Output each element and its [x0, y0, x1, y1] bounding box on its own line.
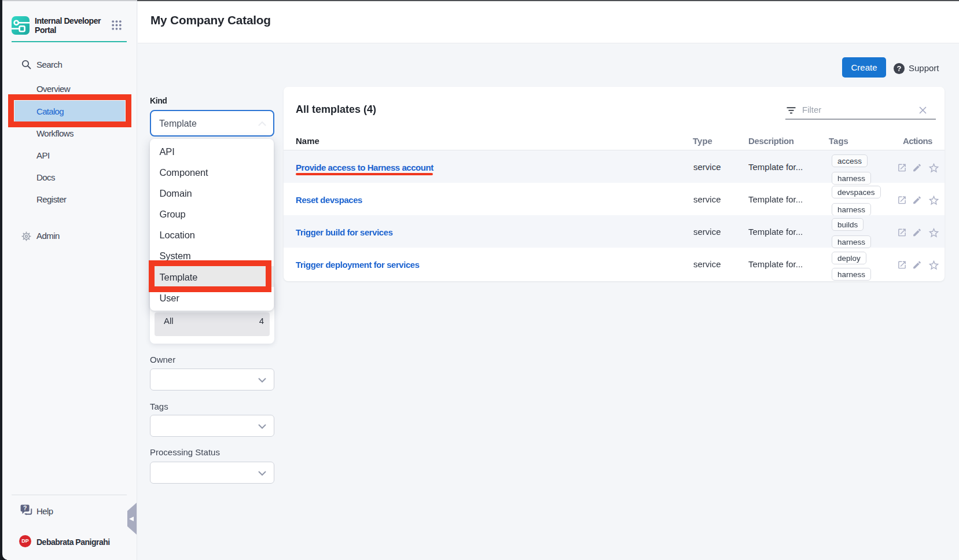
svg-text:?: ?	[23, 504, 27, 511]
